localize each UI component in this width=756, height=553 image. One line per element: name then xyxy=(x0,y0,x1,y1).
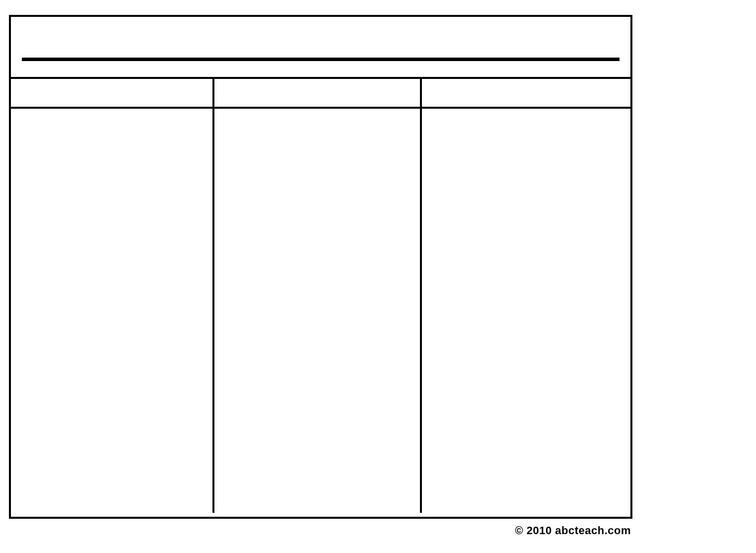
copyright-text: © 2010 abcteach.com xyxy=(515,524,631,537)
column-header-row xyxy=(11,79,630,109)
worksheet-container xyxy=(9,15,632,519)
column-header-2 xyxy=(214,79,422,107)
column-body-2 xyxy=(214,109,422,513)
title-section xyxy=(11,17,630,79)
column-header-1 xyxy=(11,79,214,107)
column-body-row xyxy=(11,109,630,513)
column-body-1 xyxy=(11,109,214,513)
column-body-3 xyxy=(422,109,630,513)
column-header-3 xyxy=(422,79,630,107)
title-underline xyxy=(22,58,619,61)
